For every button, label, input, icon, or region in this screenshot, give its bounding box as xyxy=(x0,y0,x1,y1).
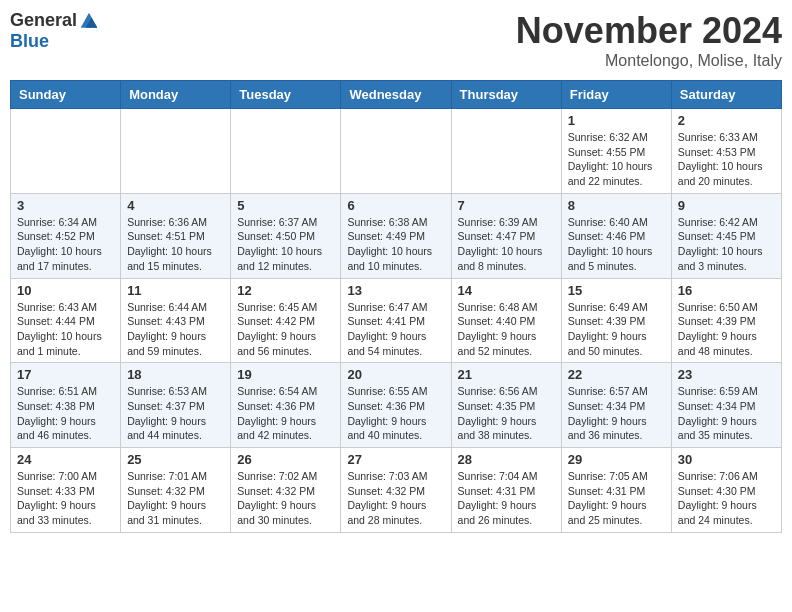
logo-general-text: General xyxy=(10,10,77,31)
day-number: 1 xyxy=(568,113,665,128)
day-number: 23 xyxy=(678,367,775,382)
day-number: 24 xyxy=(17,452,114,467)
day-info: Sunrise: 6:51 AM Sunset: 4:38 PM Dayligh… xyxy=(17,384,114,443)
day-number: 7 xyxy=(458,198,555,213)
month-title: November 2024 xyxy=(516,10,782,52)
day-info: Sunrise: 6:42 AM Sunset: 4:45 PM Dayligh… xyxy=(678,215,775,274)
logo: General Blue xyxy=(10,10,99,52)
calendar-cell: 3Sunrise: 6:34 AM Sunset: 4:52 PM Daylig… xyxy=(11,193,121,278)
day-info: Sunrise: 6:40 AM Sunset: 4:46 PM Dayligh… xyxy=(568,215,665,274)
day-info: Sunrise: 6:38 AM Sunset: 4:49 PM Dayligh… xyxy=(347,215,444,274)
day-info: Sunrise: 6:48 AM Sunset: 4:40 PM Dayligh… xyxy=(458,300,555,359)
day-info: Sunrise: 7:03 AM Sunset: 4:32 PM Dayligh… xyxy=(347,469,444,528)
weekday-header-thursday: Thursday xyxy=(451,81,561,109)
day-number: 3 xyxy=(17,198,114,213)
day-number: 27 xyxy=(347,452,444,467)
day-info: Sunrise: 6:33 AM Sunset: 4:53 PM Dayligh… xyxy=(678,130,775,189)
day-info: Sunrise: 7:00 AM Sunset: 4:33 PM Dayligh… xyxy=(17,469,114,528)
day-number: 30 xyxy=(678,452,775,467)
calendar-cell: 14Sunrise: 6:48 AM Sunset: 4:40 PM Dayli… xyxy=(451,278,561,363)
calendar-cell xyxy=(11,109,121,194)
day-info: Sunrise: 6:53 AM Sunset: 4:37 PM Dayligh… xyxy=(127,384,224,443)
weekday-header-wednesday: Wednesday xyxy=(341,81,451,109)
calendar-cell: 25Sunrise: 7:01 AM Sunset: 4:32 PM Dayli… xyxy=(121,448,231,533)
calendar-cell: 13Sunrise: 6:47 AM Sunset: 4:41 PM Dayli… xyxy=(341,278,451,363)
calendar-cell: 30Sunrise: 7:06 AM Sunset: 4:30 PM Dayli… xyxy=(671,448,781,533)
calendar-cell xyxy=(451,109,561,194)
calendar-cell: 11Sunrise: 6:44 AM Sunset: 4:43 PM Dayli… xyxy=(121,278,231,363)
calendar-cell: 2Sunrise: 6:33 AM Sunset: 4:53 PM Daylig… xyxy=(671,109,781,194)
day-number: 26 xyxy=(237,452,334,467)
calendar-cell: 21Sunrise: 6:56 AM Sunset: 4:35 PM Dayli… xyxy=(451,363,561,448)
day-info: Sunrise: 6:36 AM Sunset: 4:51 PM Dayligh… xyxy=(127,215,224,274)
calendar-cell: 12Sunrise: 6:45 AM Sunset: 4:42 PM Dayli… xyxy=(231,278,341,363)
page-header: General Blue November 2024 Montelongo, M… xyxy=(10,10,782,70)
day-number: 11 xyxy=(127,283,224,298)
day-number: 6 xyxy=(347,198,444,213)
day-number: 10 xyxy=(17,283,114,298)
logo-icon xyxy=(79,11,99,31)
weekday-header-monday: Monday xyxy=(121,81,231,109)
day-number: 16 xyxy=(678,283,775,298)
day-number: 2 xyxy=(678,113,775,128)
calendar-cell: 7Sunrise: 6:39 AM Sunset: 4:47 PM Daylig… xyxy=(451,193,561,278)
calendar-cell: 19Sunrise: 6:54 AM Sunset: 4:36 PM Dayli… xyxy=(231,363,341,448)
weekday-header-sunday: Sunday xyxy=(11,81,121,109)
day-number: 14 xyxy=(458,283,555,298)
calendar-cell: 18Sunrise: 6:53 AM Sunset: 4:37 PM Dayli… xyxy=(121,363,231,448)
day-number: 17 xyxy=(17,367,114,382)
calendar-cell: 4Sunrise: 6:36 AM Sunset: 4:51 PM Daylig… xyxy=(121,193,231,278)
location: Montelongo, Molise, Italy xyxy=(516,52,782,70)
calendar-cell xyxy=(341,109,451,194)
calendar-cell: 10Sunrise: 6:43 AM Sunset: 4:44 PM Dayli… xyxy=(11,278,121,363)
day-info: Sunrise: 6:49 AM Sunset: 4:39 PM Dayligh… xyxy=(568,300,665,359)
day-info: Sunrise: 7:04 AM Sunset: 4:31 PM Dayligh… xyxy=(458,469,555,528)
day-info: Sunrise: 6:45 AM Sunset: 4:42 PM Dayligh… xyxy=(237,300,334,359)
day-number: 9 xyxy=(678,198,775,213)
day-number: 25 xyxy=(127,452,224,467)
day-info: Sunrise: 6:56 AM Sunset: 4:35 PM Dayligh… xyxy=(458,384,555,443)
calendar-cell: 26Sunrise: 7:02 AM Sunset: 4:32 PM Dayli… xyxy=(231,448,341,533)
day-number: 22 xyxy=(568,367,665,382)
day-number: 12 xyxy=(237,283,334,298)
calendar-cell xyxy=(121,109,231,194)
calendar-cell: 17Sunrise: 6:51 AM Sunset: 4:38 PM Dayli… xyxy=(11,363,121,448)
day-info: Sunrise: 6:59 AM Sunset: 4:34 PM Dayligh… xyxy=(678,384,775,443)
day-info: Sunrise: 6:43 AM Sunset: 4:44 PM Dayligh… xyxy=(17,300,114,359)
calendar-header: SundayMondayTuesdayWednesdayThursdayFrid… xyxy=(11,81,782,109)
day-info: Sunrise: 7:02 AM Sunset: 4:32 PM Dayligh… xyxy=(237,469,334,528)
calendar-cell: 29Sunrise: 7:05 AM Sunset: 4:31 PM Dayli… xyxy=(561,448,671,533)
calendar-cell: 20Sunrise: 6:55 AM Sunset: 4:36 PM Dayli… xyxy=(341,363,451,448)
day-info: Sunrise: 6:37 AM Sunset: 4:50 PM Dayligh… xyxy=(237,215,334,274)
day-number: 28 xyxy=(458,452,555,467)
calendar-cell: 22Sunrise: 6:57 AM Sunset: 4:34 PM Dayli… xyxy=(561,363,671,448)
day-info: Sunrise: 6:47 AM Sunset: 4:41 PM Dayligh… xyxy=(347,300,444,359)
calendar-cell: 24Sunrise: 7:00 AM Sunset: 4:33 PM Dayli… xyxy=(11,448,121,533)
day-number: 13 xyxy=(347,283,444,298)
day-info: Sunrise: 7:01 AM Sunset: 4:32 PM Dayligh… xyxy=(127,469,224,528)
calendar-cell: 15Sunrise: 6:49 AM Sunset: 4:39 PM Dayli… xyxy=(561,278,671,363)
day-number: 15 xyxy=(568,283,665,298)
day-number: 8 xyxy=(568,198,665,213)
calendar-cell: 6Sunrise: 6:38 AM Sunset: 4:49 PM Daylig… xyxy=(341,193,451,278)
day-number: 18 xyxy=(127,367,224,382)
day-info: Sunrise: 6:34 AM Sunset: 4:52 PM Dayligh… xyxy=(17,215,114,274)
day-info: Sunrise: 7:06 AM Sunset: 4:30 PM Dayligh… xyxy=(678,469,775,528)
day-info: Sunrise: 6:55 AM Sunset: 4:36 PM Dayligh… xyxy=(347,384,444,443)
day-number: 20 xyxy=(347,367,444,382)
day-number: 21 xyxy=(458,367,555,382)
day-info: Sunrise: 7:05 AM Sunset: 4:31 PM Dayligh… xyxy=(568,469,665,528)
calendar-cell: 28Sunrise: 7:04 AM Sunset: 4:31 PM Dayli… xyxy=(451,448,561,533)
calendar-cell: 1Sunrise: 6:32 AM Sunset: 4:55 PM Daylig… xyxy=(561,109,671,194)
day-info: Sunrise: 6:32 AM Sunset: 4:55 PM Dayligh… xyxy=(568,130,665,189)
title-section: November 2024 Montelongo, Molise, Italy xyxy=(516,10,782,70)
day-number: 19 xyxy=(237,367,334,382)
day-info: Sunrise: 6:50 AM Sunset: 4:39 PM Dayligh… xyxy=(678,300,775,359)
calendar-cell: 16Sunrise: 6:50 AM Sunset: 4:39 PM Dayli… xyxy=(671,278,781,363)
day-number: 5 xyxy=(237,198,334,213)
calendar-cell: 23Sunrise: 6:59 AM Sunset: 4:34 PM Dayli… xyxy=(671,363,781,448)
day-number: 29 xyxy=(568,452,665,467)
calendar-cell: 9Sunrise: 6:42 AM Sunset: 4:45 PM Daylig… xyxy=(671,193,781,278)
calendar-table: SundayMondayTuesdayWednesdayThursdayFrid… xyxy=(10,80,782,533)
day-info: Sunrise: 6:54 AM Sunset: 4:36 PM Dayligh… xyxy=(237,384,334,443)
